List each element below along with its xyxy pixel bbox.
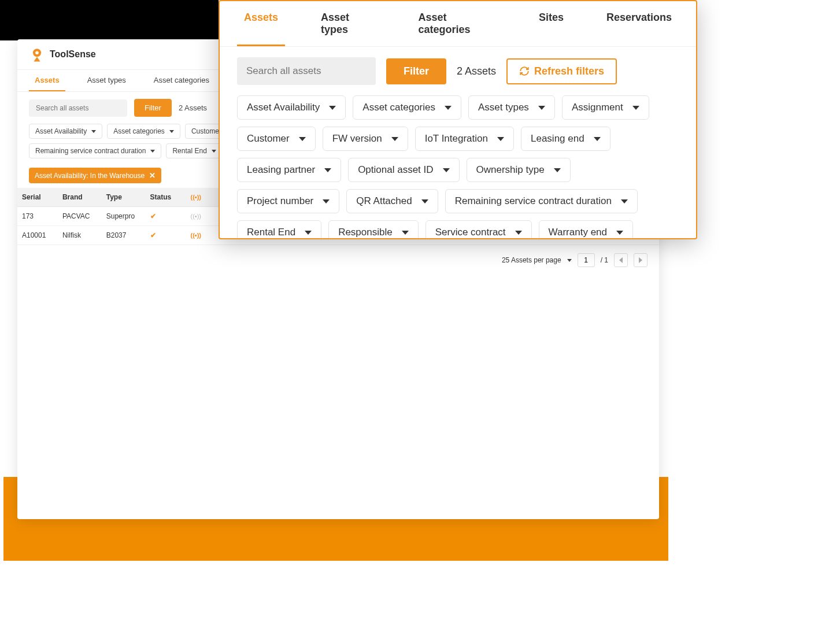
- filter-chip[interactable]: Warranty end: [539, 220, 633, 239]
- pagination: 25 Assets per page / 1: [17, 245, 659, 275]
- search-input[interactable]: [29, 99, 127, 117]
- filter-chip[interactable]: Ownership type: [467, 158, 571, 182]
- tab-asset-categories[interactable]: Asset categories: [148, 70, 215, 91]
- chevron-down-icon: [299, 137, 306, 141]
- filter-chip-label: Customer: [191, 127, 221, 135]
- filter-chip-label: Asset types: [478, 102, 529, 113]
- brand-logo-icon: [29, 46, 45, 62]
- filter-chip-label: Service contract: [435, 227, 506, 238]
- filter-chip[interactable]: Asset categories: [107, 124, 180, 139]
- filter-chip-label: Customer: [247, 133, 290, 145]
- chevron-down-icon: [515, 231, 522, 235]
- filter-chip-label: Asset categories: [362, 102, 435, 113]
- per-page-label[interactable]: 25 Assets per page: [502, 256, 561, 264]
- filter-chip[interactable]: FW version: [323, 127, 408, 151]
- chevron-down-icon: [150, 150, 155, 153]
- filter-chip-label: Asset Availability: [247, 102, 320, 113]
- filter-chip[interactable]: Assignment: [562, 95, 649, 120]
- chevron-left-icon: [619, 257, 623, 263]
- chevron-down-icon: [621, 199, 628, 203]
- chevron-right-icon: [639, 257, 642, 263]
- filter-chip-label: Leasing end: [531, 133, 584, 145]
- filter-chip-label: Asset categories: [113, 127, 165, 135]
- filter-chip-label: Leasing partner: [247, 164, 315, 176]
- filter-chip[interactable]: Rental End: [237, 220, 321, 239]
- filter-chip[interactable]: Remaining service contract duration: [29, 143, 161, 158]
- check-icon: ✔: [150, 212, 156, 220]
- prev-page-button[interactable]: [614, 253, 628, 267]
- table-cell: 173: [17, 207, 58, 226]
- refresh-filters-button[interactable]: Refresh filters: [506, 58, 617, 84]
- filter-button-lg[interactable]: Filter: [386, 58, 446, 84]
- table-cell: ((•)): [186, 226, 216, 245]
- search-input-lg[interactable]: [237, 57, 376, 85]
- chevron-down-icon: [616, 231, 623, 235]
- filter-chip-label: QR Attached: [356, 195, 412, 207]
- filter-chip[interactable]: Service contract: [426, 220, 532, 239]
- filter-chip[interactable]: Customer: [237, 127, 316, 151]
- filter-chip[interactable]: Asset Availability: [237, 95, 346, 120]
- filter-chip-label: Assignment: [572, 102, 623, 113]
- filter-button[interactable]: Filter: [134, 99, 172, 117]
- table-header-cell[interactable]: Status: [146, 188, 186, 207]
- tab-sites-lg[interactable]: Sites: [532, 1, 571, 46]
- tab-assets[interactable]: Assets: [29, 70, 65, 91]
- chevron-down-icon[interactable]: [567, 259, 572, 262]
- signal-icon: ((•)): [190, 194, 201, 201]
- page-input[interactable]: [578, 253, 595, 267]
- toolbar-large: Filter 2 Assets Refresh filters: [220, 47, 696, 95]
- chevron-down-icon: [323, 199, 330, 203]
- next-page-button[interactable]: [634, 253, 648, 267]
- table-header-cell[interactable]: Type: [102, 188, 146, 207]
- active-filter-pill[interactable]: Asset Availability: In the Warehouse ✕: [29, 168, 161, 183]
- filter-chip[interactable]: Asset Availability: [29, 124, 102, 139]
- filter-chip[interactable]: Asset types: [468, 95, 555, 120]
- chevron-down-icon: [402, 231, 409, 235]
- chevron-down-icon: [443, 168, 450, 172]
- chevron-down-icon: [421, 199, 428, 203]
- tab-asset-types[interactable]: Asset types: [82, 70, 132, 91]
- filter-chip-label: Ownership type: [476, 164, 545, 176]
- filter-chip-label: Rental End: [172, 147, 206, 155]
- asset-count-lg: 2 Assets: [457, 65, 496, 77]
- filter-chip-label: IoT Integration: [425, 133, 488, 145]
- decor-black-block: [0, 0, 219, 40]
- asset-count: 2 Assets: [179, 103, 207, 112]
- filter-chip[interactable]: Remaining service contract duration: [445, 189, 638, 213]
- filter-chip[interactable]: Leasing end: [521, 127, 610, 151]
- chevron-down-icon: [554, 168, 561, 172]
- table-cell: ✔: [146, 207, 186, 226]
- signal-off-icon: ((•)): [190, 213, 201, 220]
- tab-assets-lg[interactable]: Assets: [237, 1, 285, 46]
- table-cell: B2037: [102, 226, 146, 245]
- filter-chip[interactable]: Rental End: [166, 143, 222, 158]
- filter-chip[interactable]: Optional asset ID: [348, 158, 459, 182]
- chevron-down-icon: [212, 150, 216, 153]
- filter-chip[interactable]: Asset categories: [353, 95, 461, 120]
- overlay-card: Assets Asset types Asset categories Site…: [219, 0, 697, 239]
- filter-chip-label: Rental End: [247, 227, 295, 238]
- filter-chip[interactable]: Project number: [237, 189, 339, 213]
- chevron-down-icon: [169, 130, 174, 133]
- close-icon[interactable]: ✕: [149, 171, 156, 180]
- table-header-cell[interactable]: Brand: [58, 188, 102, 207]
- chevron-down-icon: [497, 137, 504, 141]
- filter-chip[interactable]: QR Attached: [346, 189, 438, 213]
- filter-chip[interactable]: IoT Integration: [415, 127, 514, 151]
- tab-reservations-lg[interactable]: Reservations: [600, 1, 679, 46]
- table-header-cell[interactable]: ((•)): [186, 188, 216, 207]
- table-cell: ✔: [146, 226, 186, 245]
- table-header-cell[interactable]: Serial: [17, 188, 58, 207]
- chevron-down-icon: [538, 106, 545, 110]
- filter-chip[interactable]: Leasing partner: [237, 158, 341, 182]
- page-total: / 1: [601, 256, 608, 264]
- tab-asset-categories-lg[interactable]: Asset categories: [411, 1, 503, 46]
- svg-point-1: [35, 51, 39, 54]
- chevron-down-icon: [445, 106, 452, 110]
- filter-chip-label: Remaining service contract duration: [35, 147, 146, 155]
- filter-chip[interactable]: Responsible: [328, 220, 419, 239]
- chevron-down-icon: [91, 130, 96, 133]
- filter-chip-label: Optional asset ID: [358, 164, 433, 176]
- tab-asset-types-lg[interactable]: Asset types: [314, 1, 382, 46]
- chevron-down-icon: [324, 168, 331, 172]
